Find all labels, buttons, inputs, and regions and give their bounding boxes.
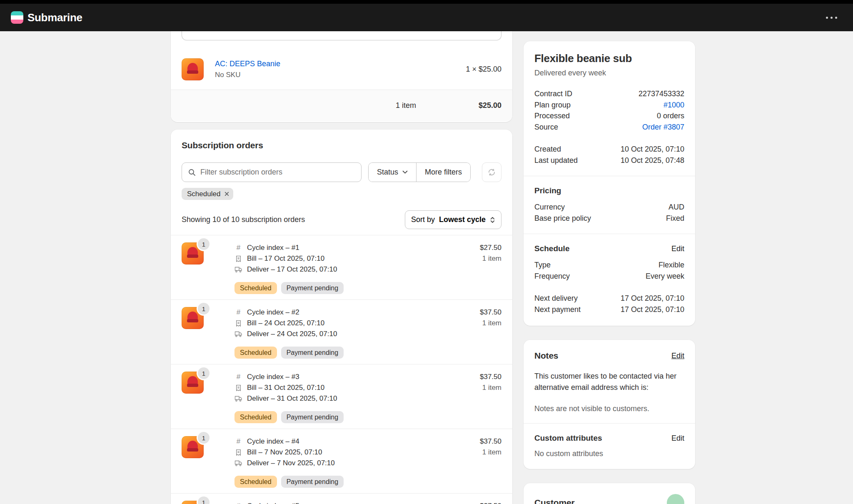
customer-heading: Customer [534, 498, 574, 504]
notes-edit-link[interactable]: Edit [671, 352, 684, 360]
schedule-heading: Schedule [534, 244, 569, 253]
order-item-count: 1 item [480, 253, 501, 264]
sort-select[interactable]: Sort by Lowest cycle [405, 210, 501, 229]
subscription-order-row[interactable]: 1 #Cycle index – #4 Bill – 7 Nov 2025, 0… [171, 429, 512, 493]
quantity-badge: 1 [198, 303, 210, 314]
notes-visibility-text: Notes are not visible to customers. [534, 404, 684, 413]
totals-item-count: 1 item [396, 101, 416, 110]
sort-updown-icon [490, 216, 495, 224]
search-input[interactable] [200, 168, 355, 177]
quantity-badge: 1 [198, 367, 210, 379]
pricing-heading: Pricing [534, 186, 561, 195]
chevron-down-icon [402, 170, 408, 174]
subscription-subtitle: Delivered every week [534, 69, 684, 77]
overflow-menu-icon[interactable] [823, 13, 841, 22]
customer-card: Customer [524, 483, 695, 504]
bill-date: Bill – 7 Nov 2025, 07:10 [247, 448, 322, 457]
sort-prefix-label: Sort by [411, 215, 435, 224]
payment-badge: Payment pending [281, 282, 344, 294]
created-value: 10 Oct 2025, 07:10 [621, 144, 684, 155]
cycle-index: Cycle index – #2 [247, 308, 299, 317]
next-payment-value: 17 Oct 2025, 07:10 [621, 304, 684, 315]
payment-badge: Payment pending [281, 476, 344, 488]
subscription-orders-card: Subscription orders Status More filters [171, 130, 512, 504]
more-filters-button[interactable]: More filters [416, 163, 470, 182]
subscription-summary-card: Flexible beanie sub Delivered every week… [524, 41, 695, 326]
customer-avatar[interactable] [667, 494, 684, 504]
order-item-count: 1 item [480, 447, 501, 458]
subscription-order-row[interactable]: 1 #Cycle index – #1 Bill – 17 Oct 2025, … [171, 235, 512, 299]
subscription-order-row[interactable]: 1 #Cycle index – #2 Bill – 24 Oct 2025, … [171, 299, 512, 364]
quantity-price: 1 × $25.00 [466, 65, 501, 74]
status-filter-button[interactable]: Status [369, 163, 416, 182]
base-price-label: Base price policy [534, 213, 591, 224]
next-payment-label: Next payment [534, 304, 581, 315]
created-label: Created [534, 144, 561, 155]
schedule-edit-link[interactable]: Edit [671, 245, 684, 253]
remove-filter-icon[interactable] [224, 191, 229, 197]
hash-icon: # [234, 244, 242, 252]
last-updated-label: Last updated [534, 155, 578, 166]
filter-chip-scheduled[interactable]: Scheduled [182, 188, 233, 200]
product-title-link[interactable]: AC: DEEPS Beanie [215, 60, 280, 68]
cycle-index: Cycle index – #1 [247, 244, 299, 252]
type-value: Flexible [658, 259, 684, 271]
source-label: Source [534, 122, 558, 133]
divider [524, 176, 695, 176]
custom-attributes-edit-link[interactable]: Edit [671, 434, 684, 443]
more-filters-label: More filters [425, 168, 462, 177]
currency-value: AUD [668, 202, 684, 213]
next-delivery-label: Next delivery [534, 293, 578, 304]
filter-chip-label: Scheduled [187, 190, 220, 198]
subscription-order-row[interactable]: 1 #Cycle index – #3 Bill – 31 Oct 2025, … [171, 364, 512, 429]
plan-group-link[interactable]: #1000 [663, 100, 684, 111]
clipped-field [182, 31, 501, 40]
custom-attributes-heading: Custom attributes [534, 434, 602, 443]
truck-icon [234, 460, 242, 467]
cycle-index: Cycle index – #3 [247, 373, 299, 381]
hash-icon: # [234, 373, 242, 381]
cycle-index: Cycle index – #5 [247, 502, 299, 504]
divider [524, 234, 695, 234]
filter-button-group: Status More filters [368, 162, 471, 182]
status-filter-label: Status [377, 168, 398, 177]
truck-icon [234, 395, 242, 402]
last-updated-value: 10 Oct 2025, 07:48 [621, 155, 684, 166]
receipt-icon [234, 449, 242, 456]
refresh-icon [487, 168, 496, 177]
source-order-link[interactable]: Order #3807 [642, 122, 684, 133]
search-box[interactable] [182, 162, 362, 182]
order-item-count: 1 item [480, 382, 501, 393]
frequency-value: Every week [646, 271, 684, 282]
deliver-date: Deliver – 7 Nov 2025, 07:10 [247, 459, 335, 467]
processed-value: 0 orders [657, 110, 684, 122]
refresh-button[interactable] [482, 162, 501, 182]
subscription-order-row[interactable]: 1 #Cycle index – #5 $27.50 Scheduled Pay… [171, 493, 512, 504]
custom-attributes-empty: No custom attributes [534, 449, 684, 458]
receipt-icon [234, 320, 242, 327]
card-title: Subscription orders [171, 140, 512, 150]
notes-body-text: This customer likes to be contacted via … [534, 371, 684, 393]
currency-label: Currency [534, 202, 565, 213]
subscription-title: Flexible beanie sub [534, 52, 684, 65]
sort-value-label: Lowest cycle [439, 215, 486, 224]
order-price: $27.50 [480, 242, 501, 253]
quantity-badge: 1 [198, 432, 210, 444]
order-price: $37.50 [480, 436, 501, 447]
truck-icon [234, 266, 242, 273]
receipt-icon [234, 384, 242, 392]
status-badge: Scheduled [234, 476, 277, 488]
notes-heading: Notes [534, 351, 558, 361]
frequency-label: Frequency [534, 271, 570, 282]
app-title: Submarine [27, 11, 82, 24]
next-delivery-value: 17 Oct 2025, 07:10 [621, 293, 684, 304]
payment-badge: Payment pending [281, 347, 344, 359]
submarine-logo-icon [11, 11, 23, 24]
quantity-badge: 1 [198, 497, 210, 504]
bill-date: Bill – 24 Oct 2025, 07:10 [247, 319, 324, 327]
order-price: $37.50 [480, 307, 501, 318]
showing-count-text: Showing 10 of 10 subscription orders [182, 215, 305, 224]
top-bar: Submarine [0, 0, 853, 31]
product-sku: No SKU [215, 70, 280, 80]
line-items-card: AC: DEEPS Beanie No SKU 1 × $25.00 1 ite… [171, 31, 512, 122]
